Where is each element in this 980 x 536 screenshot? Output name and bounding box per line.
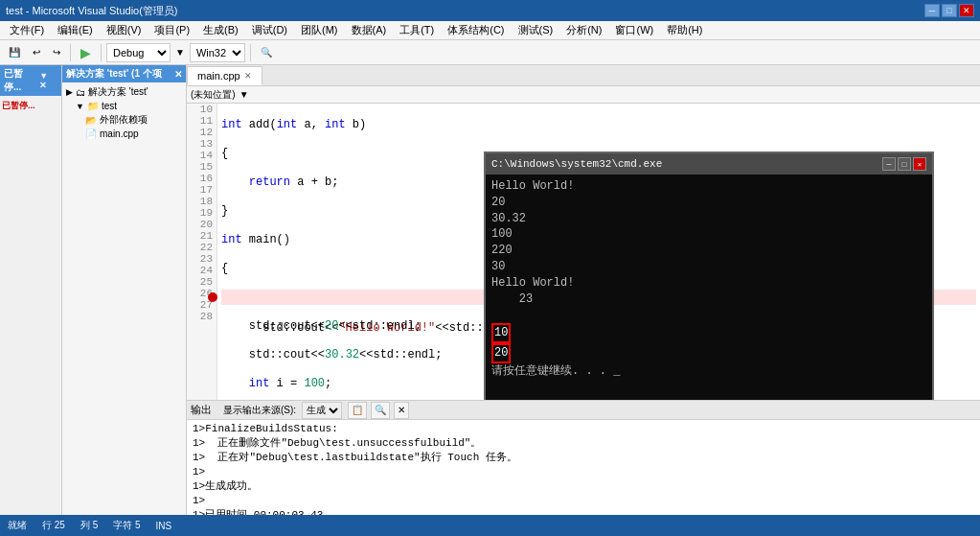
- tab-bar: main.cpp ✕: [187, 65, 980, 86]
- cmd-line-9: [491, 307, 926, 323]
- cmd-line-10: 10: [491, 323, 926, 343]
- solution-root[interactable]: ▶ 🗂 解决方案 'test': [64, 84, 184, 100]
- menu-team[interactable]: 团队(M): [295, 22, 344, 38]
- cmd-maximize[interactable]: □: [898, 157, 911, 171]
- status-ins: INS: [156, 521, 172, 531]
- output-line-3: 1> 正在对"Debug\test.lastbuildstate"执行 Touc…: [193, 451, 974, 465]
- line-numbers: 1011121314 1516171819 2021222324 2526272…: [187, 104, 217, 400]
- debug-panel-header: 已暂停... ▼ ✕: [0, 65, 61, 96]
- menu-debug[interactable]: 调试(D): [246, 22, 293, 38]
- external-deps-label: 外部依赖项: [100, 113, 148, 127]
- cmd-line-2: 20: [491, 195, 926, 211]
- solution-explorer: 解决方案 'test' (1 个项 ✕ ▶ 🗂 解决方案 'test' ▼ 📁 …: [62, 65, 187, 515]
- cmd-line-4: 100: [491, 226, 926, 243]
- toolbar-save[interactable]: 💾: [4, 43, 25, 62]
- location-dropdown[interactable]: ▼: [239, 89, 249, 100]
- solution-explorer-title: 解决方案 'test' (1 个项: [66, 67, 162, 81]
- external-deps-node[interactable]: 📂 外部依赖项: [64, 112, 184, 128]
- status-bar: 就绪 行 25 列 5 字符 5 INS: [0, 515, 980, 536]
- toolbar-undo[interactable]: ↩: [28, 43, 45, 62]
- output-line-6: 1>: [193, 494, 974, 508]
- minimize-button[interactable]: ─: [924, 4, 940, 17]
- debug-play-button[interactable]: ▶: [76, 43, 96, 62]
- main-cpp-node[interactable]: 📄 main.cpp: [64, 128, 184, 140]
- debug-config-select[interactable]: Debug Release: [106, 43, 171, 62]
- debug-status-text: 已暂停...: [0, 96, 61, 116]
- toolbar-sep2: [101, 44, 102, 61]
- tab-label: main.cpp: [197, 70, 240, 82]
- cmd-line-5: 220: [491, 243, 926, 259]
- output-line-5: 1>生成成功。: [193, 479, 974, 494]
- editor-output-container: main.cpp ✕ (未知位置) ▼ 1011121314 151617181…: [187, 65, 980, 515]
- platform-select[interactable]: Win32 x64: [190, 43, 245, 62]
- menu-help[interactable]: 帮助(H): [661, 22, 708, 38]
- cmd-window[interactable]: C:\Windows\system32\cmd.exe ─ □ ✕ Hello …: [484, 151, 934, 400]
- cmd-close[interactable]: ✕: [913, 157, 926, 171]
- code-editor[interactable]: 1011121314 1516171819 2021222324 2526272…: [187, 104, 980, 400]
- menu-view[interactable]: 视图(V): [101, 22, 148, 38]
- maximize-button[interactable]: □: [942, 4, 957, 17]
- tab-close-icon[interactable]: ✕: [244, 71, 252, 81]
- file-icon-cpp: 📄: [85, 128, 97, 139]
- output-source-select[interactable]: 生成: [302, 402, 342, 419]
- menu-window[interactable]: 窗口(W): [609, 22, 659, 38]
- location-text: (未知位置): [191, 88, 236, 102]
- menu-test[interactable]: 测试(S): [513, 22, 559, 38]
- project-icon: 📁: [87, 101, 99, 111]
- debug-panel-title: 已暂停...: [4, 67, 39, 94]
- output-line-2: 1> 正在删除文件"Debug\test.unsuccessfulbuild"。: [193, 436, 974, 451]
- cmd-minimize[interactable]: ─: [882, 157, 896, 171]
- menu-file[interactable]: 文件(F): [4, 22, 50, 38]
- breakpoint-dot: [208, 292, 217, 302]
- status-char: 字符 5: [113, 519, 140, 532]
- solution-tree: ▶ 🗂 解决方案 'test' ▼ 📁 test 📂 外部依赖项 📄 main.…: [62, 82, 186, 142]
- cmd-line-6: 30: [491, 259, 926, 275]
- main-cpp-label: main.cpp: [100, 128, 139, 139]
- output-panel: 输出 显示输出来源(S): 生成 📋 🔍 ✕ 1>FinalizeBuildsS…: [187, 400, 980, 515]
- output-toolbar-btn3[interactable]: ✕: [394, 402, 409, 419]
- window-controls: ─ □ ✕: [924, 4, 974, 17]
- output-line-4: 1>: [193, 465, 974, 479]
- cmd-hex-output: 10: [491, 323, 511, 343]
- output-content: 1>FinalizeBuildsStatus: 1> 正在删除文件"Debug\…: [187, 420, 980, 515]
- cmd-content: Hello World! 20 30.32 100 220 30 Hello W…: [486, 175, 932, 400]
- menu-data[interactable]: 数据(A): [346, 22, 393, 38]
- app-title: test - Microsoft Visual Studio(管理员): [6, 4, 178, 18]
- location-bar: (未知位置) ▼: [187, 86, 980, 104]
- debug-status-panel: 已暂停... ▼ ✕ 已暂停...: [0, 65, 62, 515]
- debug-panel-controls: ▼ ✕: [39, 71, 57, 90]
- title-bar: test - Microsoft Visual Studio(管理员) ─ □ …: [0, 0, 980, 21]
- menu-tools[interactable]: 工具(T): [394, 22, 440, 38]
- toolbar-find[interactable]: 🔍: [256, 43, 277, 62]
- toolbar-sep3: [250, 44, 251, 61]
- menu-edit[interactable]: 编辑(E): [52, 22, 99, 38]
- menu-build[interactable]: 生成(B): [197, 22, 244, 38]
- cmd-line-11: 20: [491, 343, 926, 363]
- solution-explorer-close[interactable]: ✕: [174, 69, 182, 80]
- solution-explorer-header: 解决方案 'test' (1 个项 ✕: [62, 65, 186, 82]
- cmd-controls: ─ □ ✕: [882, 157, 926, 171]
- cmd-title: C:\Windows\system32\cmd.exe: [491, 158, 662, 170]
- main-layout: 已暂停... ▼ ✕ 已暂停... 解决方案 'test' (1 个项 ✕ ▶ …: [0, 65, 980, 515]
- cmd-line-3: 30.32: [491, 211, 926, 227]
- status-col: 列 5: [80, 519, 98, 532]
- output-toolbar-btn2[interactable]: 🔍: [371, 402, 390, 419]
- tab-main-cpp[interactable]: main.cpp ✕: [187, 66, 262, 85]
- project-node[interactable]: ▼ 📁 test: [64, 100, 184, 112]
- cmd-line-1: Hello World!: [491, 178, 926, 195]
- output-line-7: 1>已用时间 00:00:03.43: [193, 508, 974, 515]
- output-source-label: 显示输出来源(S):: [223, 404, 296, 417]
- toolbar-redo[interactable]: ↪: [48, 43, 65, 62]
- cmd-line-8: 23: [491, 291, 926, 308]
- output-label: 输出: [191, 403, 212, 417]
- expand-icon: ▶: [66, 87, 73, 97]
- close-button[interactable]: ✕: [959, 4, 974, 17]
- code-line-10: int add(int a, int b): [221, 117, 976, 132]
- solution-icon: 🗂: [76, 87, 85, 98]
- menu-arch[interactable]: 体系结构(C): [442, 22, 510, 38]
- menu-project[interactable]: 项目(P): [148, 22, 195, 38]
- menu-analyze[interactable]: 分析(N): [560, 22, 607, 38]
- expand-icon-project: ▼: [76, 102, 84, 111]
- output-toolbar-btn1[interactable]: 📋: [348, 402, 367, 419]
- cmd-title-bar: C:\Windows\system32\cmd.exe ─ □ ✕: [486, 153, 932, 175]
